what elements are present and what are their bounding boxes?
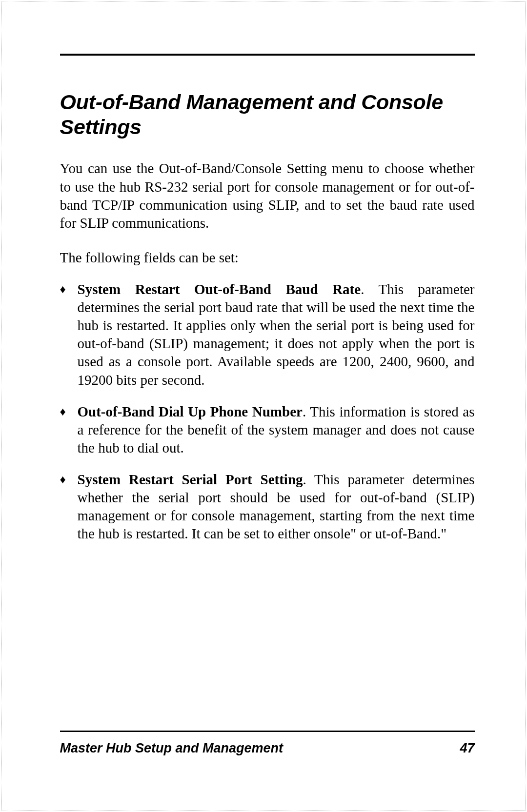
- item-label: System Restart Serial Port Setting: [78, 472, 303, 487]
- page-heading: Out-of-Band Management and Console Setti…: [60, 90, 475, 139]
- footer-line: Master Hub Setup and Management 47: [60, 741, 475, 756]
- bottom-rule: [60, 731, 475, 732]
- lead-paragraph: The following fields can be set:: [60, 249, 475, 267]
- item-text: . This parameter determines the serial p…: [78, 281, 475, 388]
- top-rule: [60, 54, 475, 56]
- item-label: System Restart Out-of-Band Baud Rate: [78, 281, 361, 297]
- footer-page-number: 47: [460, 741, 474, 756]
- page-footer: Master Hub Setup and Management 47: [56, 731, 478, 756]
- list-item: Out-of-Band Dial Up Phone Number. This i…: [60, 403, 475, 457]
- item-label: Out-of-Band Dial Up Phone Number: [78, 404, 303, 419]
- field-list: System Restart Out-of-Band Baud Rate. Th…: [60, 280, 475, 543]
- list-item: System Restart Out-of-Band Baud Rate. Th…: [60, 280, 475, 389]
- page-content: Out-of-Band Management and Console Setti…: [60, 90, 475, 543]
- intro-paragraph: You can use the Out-of-Band/Console Sett…: [60, 159, 475, 232]
- document-page: Out-of-Band Management and Console Setti…: [0, 0, 527, 812]
- list-item: System Restart Serial Port Setting. This…: [60, 471, 475, 543]
- footer-title: Master Hub Setup and Management: [60, 741, 284, 756]
